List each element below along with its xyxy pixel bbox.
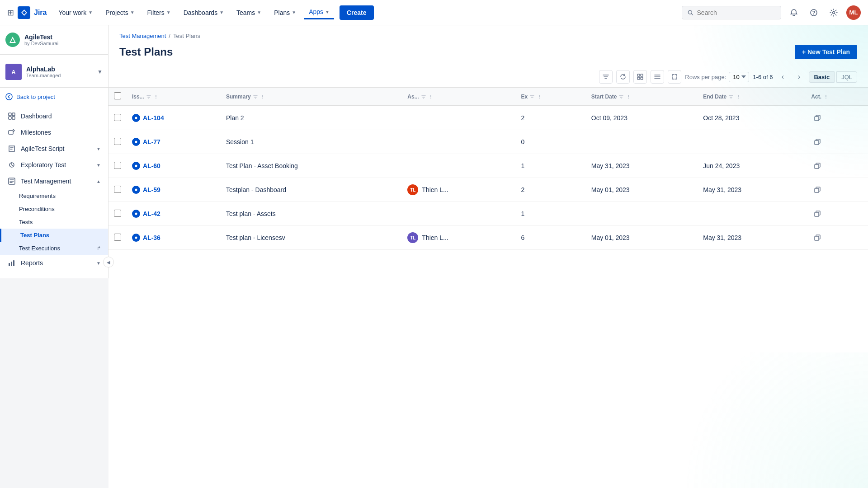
row-start-date-cell: May 31, 2023: [586, 154, 698, 178]
nav-apps[interactable]: Apps ▼: [304, 5, 334, 19]
breadcrumb-separator: /: [169, 33, 170, 39]
table-row: AL-77 Session 1 0: [108, 130, 868, 154]
svg-rect-52: [815, 164, 819, 169]
ex-col-sort-icon[interactable]: [529, 94, 535, 99]
copy-row-button[interactable]: [811, 231, 824, 244]
nav-your-work[interactable]: Your work ▼: [54, 6, 97, 19]
row-checkbox[interactable]: [114, 138, 121, 145]
row-checkbox-cell: [108, 226, 127, 250]
start-date-col-sort-icon[interactable]: [618, 94, 624, 99]
nav-dashboards-caret: ▼: [219, 10, 224, 15]
assignee-col-sort-icon[interactable]: [421, 94, 426, 99]
nav-dashboards[interactable]: Dashboards ▼: [179, 6, 228, 19]
pagination-next-button[interactable]: ›: [793, 70, 805, 83]
copy-row-button[interactable]: [811, 160, 824, 172]
row-executions-cell: 2: [516, 178, 586, 202]
copy-row-button[interactable]: [811, 183, 824, 196]
rows-per-page-select[interactable]: 10 5 20 50: [729, 72, 749, 82]
issue-link[interactable]: AL-60: [132, 162, 215, 170]
row-summary-cell: Plan 2: [221, 106, 402, 130]
issue-type-icon: [132, 114, 140, 122]
issue-col-menu-icon[interactable]: [153, 94, 159, 99]
user-avatar[interactable]: ML: [846, 5, 861, 20]
svg-rect-19: [637, 74, 640, 76]
workspace-header[interactable]: A AlphaLab Team-managed ▼: [0, 56, 108, 85]
row-checkbox[interactable]: [114, 114, 121, 121]
test-management-icon: [7, 177, 16, 186]
search-input[interactable]: [697, 9, 775, 16]
pagination-prev-button[interactable]: ‹: [776, 70, 789, 83]
settings-button[interactable]: [826, 5, 841, 20]
sidebar-item-agiletest-script[interactable]: AgileTest Script ▼: [0, 141, 108, 157]
sidebar-item-tests[interactable]: Tests: [0, 216, 108, 229]
issue-link[interactable]: AL-104: [132, 114, 215, 122]
summary-col-menu-icon[interactable]: [260, 94, 265, 99]
issue-link[interactable]: AL-59: [132, 186, 215, 194]
svg-point-38: [738, 95, 739, 96]
svg-rect-46: [815, 117, 819, 121]
nav-filters[interactable]: Filters ▼: [143, 6, 175, 19]
nav-plans[interactable]: Plans ▼: [269, 6, 301, 19]
nav-your-work-caret: ▼: [88, 10, 93, 15]
refresh-icon-button[interactable]: [616, 70, 630, 84]
assignee-col-menu-icon[interactable]: [428, 94, 434, 99]
row-checkbox[interactable]: [114, 186, 121, 193]
agiletest-logo-icon: [5, 33, 20, 47]
nav-teams[interactable]: Teams ▼: [232, 6, 266, 19]
list-view-icon-button[interactable]: [651, 70, 664, 84]
sidebar-item-test-plans[interactable]: Test Plans: [0, 229, 108, 242]
row-checkbox[interactable]: [114, 234, 121, 241]
copy-row-button[interactable]: [811, 207, 824, 220]
copy-row-button[interactable]: [811, 112, 824, 124]
issue-link[interactable]: AL-42: [132, 210, 215, 218]
sidebar-item-preconditions[interactable]: Preconditions: [0, 202, 108, 216]
agiletest-subtitle: by DevSamurai: [24, 41, 103, 46]
grid-view-icon-button[interactable]: [633, 70, 647, 84]
row-checkbox[interactable]: [114, 210, 121, 217]
sidebar-collapse-button[interactable]: ◀: [103, 257, 114, 267]
back-to-project-button[interactable]: Back to project: [0, 89, 108, 104]
end-date-col-sort-icon[interactable]: [728, 94, 734, 99]
sidebar-item-reports[interactable]: Reports ▼: [0, 255, 108, 271]
view-toggle-group: Basic JQL: [809, 71, 857, 83]
row-start-date-cell: May 01, 2023: [586, 178, 698, 202]
sidebar-item-exploratory-test[interactable]: Exploratory Test ▼: [0, 157, 108, 173]
notifications-button[interactable]: [787, 5, 801, 20]
help-button[interactable]: ?: [807, 5, 821, 20]
nav-projects[interactable]: Projects ▼: [101, 6, 139, 19]
start-date-col-menu-icon[interactable]: [626, 94, 631, 99]
filter-icon-button[interactable]: [599, 70, 613, 84]
view-toggle-jql[interactable]: JQL: [836, 71, 857, 83]
row-assignee-cell: [402, 106, 515, 130]
breadcrumb-test-management[interactable]: Test Management: [119, 33, 166, 39]
issue-link[interactable]: AL-77: [132, 138, 215, 146]
svg-rect-20: [641, 74, 643, 76]
row-checkbox[interactable]: [114, 162, 121, 169]
create-button[interactable]: Create: [340, 5, 374, 20]
ex-col-menu-icon[interactable]: [537, 94, 542, 99]
issue-link[interactable]: AL-36: [132, 234, 215, 242]
sidebar-item-test-management[interactable]: Test Management ▲: [0, 173, 108, 189]
actions-col-menu-icon[interactable]: [823, 94, 829, 99]
workspace-avatar: A: [5, 64, 22, 80]
sidebar-item-test-executions[interactable]: Test Executions ↱: [0, 242, 108, 255]
sidebar-item-milestones-label: Milestones: [21, 129, 51, 136]
row-executions-cell: 0: [516, 130, 586, 154]
issue-col-sort-icon[interactable]: [146, 94, 151, 99]
expand-icon-button[interactable]: [668, 70, 681, 84]
summary-col-sort-icon[interactable]: [253, 94, 258, 99]
jira-logo[interactable]: Jira: [18, 6, 47, 19]
svg-point-23: [156, 95, 156, 96]
sidebar-item-requirements[interactable]: Requirements: [0, 189, 108, 202]
view-toggle-basic[interactable]: Basic: [809, 71, 835, 83]
table-row: AL-36 Test plan - Licensesv TL Thien L..…: [108, 226, 868, 250]
search-box[interactable]: [682, 6, 781, 19]
new-test-plan-button[interactable]: + New Test Plan: [795, 45, 857, 59]
grid-icon[interactable]: ⊞: [7, 8, 14, 18]
table-header-actions: Act.: [806, 88, 868, 106]
end-date-col-menu-icon[interactable]: [736, 94, 741, 99]
sidebar-item-milestones[interactable]: Milestones: [0, 124, 108, 141]
sidebar-item-dashboard[interactable]: Dashboard: [0, 108, 108, 124]
copy-row-button[interactable]: [811, 136, 824, 148]
select-all-checkbox[interactable]: [114, 92, 121, 99]
